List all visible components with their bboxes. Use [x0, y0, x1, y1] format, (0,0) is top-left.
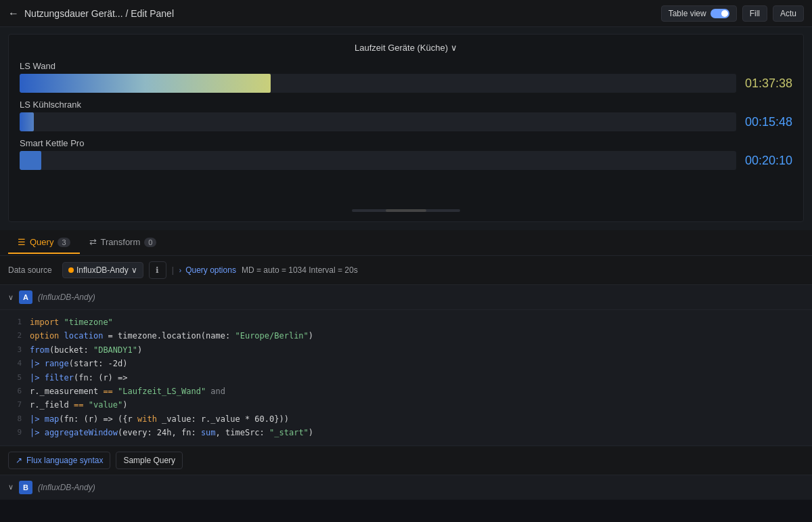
code-line: 8 |> map(fn: (r) => ({r with _value: r._… [0, 412, 812, 426]
bar-item-ls-kuhl: LS Kühlschrank 00:15:48 [20, 100, 792, 131]
bar-row-kettle: 00:20:10 [20, 151, 792, 170]
code-token: sum [201, 428, 216, 437]
code-token: from [30, 345, 49, 355]
line-content: r._field == "value") [30, 398, 807, 412]
data-source-selector[interactable]: InfluxDB-Andy ∨ [62, 262, 143, 278]
table-view-label: Table view [669, 9, 706, 18]
code-line: 4 |> range(start: -2d) [0, 357, 812, 370]
line-content: |> range(start: -2d) [30, 357, 807, 370]
query-a-header: ∨ A (InfluxDB-Andy) [0, 285, 812, 310]
line-number: 9 [5, 426, 22, 439]
scroll-thumb [386, 209, 426, 212]
query-b-header: ∨ B (InfluxDB-Andy) [0, 475, 812, 500]
header-right: Table view Fill Actu [661, 5, 804, 22]
query-a-db-name: (InfluxDB-Andy) [38, 292, 95, 302]
line-content: |> map(fn: (r) => ({r with _value: r._va… [30, 412, 807, 426]
datasource-chevron-icon: ∨ [131, 265, 137, 275]
tab-query[interactable]: ☰ Query 3 [8, 232, 80, 254]
code-token: |> filter [30, 373, 74, 383]
code-token: |> map [30, 414, 59, 424]
breadcrumb: Nutzungsdauer Gerät... / Edit Panel [24, 8, 174, 19]
tab-transform-label: Transform [101, 237, 141, 247]
tab-query-label: Query [30, 237, 53, 247]
tab-transform[interactable]: ⇄ Transform 0 [80, 232, 166, 254]
preview-area: Laufzeit Geräte (Küche) ∨ LS Wand 01:37:… [0, 27, 812, 230]
code-token: ) [137, 345, 142, 355]
panel-title-button[interactable]: Laufzeit Geräte (Küche) ∨ [355, 43, 457, 53]
code-token: and [206, 387, 225, 396]
query-options-label: Query options [185, 265, 236, 275]
code-token: _value: r._value * 60.0})) [157, 414, 289, 424]
line-content: r._measurement == "Laufzeit_LS_Wand" and [30, 385, 807, 398]
code-token: "Laufzeit_LS_Wand" [118, 387, 206, 396]
code-line: 2option location = timezone.location(nam… [0, 329, 812, 343]
line-number: 2 [5, 329, 22, 343]
scroll-track [352, 209, 460, 212]
query-options-arrow-icon: › [179, 267, 181, 274]
panel-title-chevron: ∨ [451, 43, 457, 53]
code-token: = timezone.location(name: [103, 331, 235, 341]
code-token: |> aggregateWindow [30, 428, 118, 437]
query-b-collapse-icon[interactable]: ∨ [8, 483, 14, 492]
bar-item-kettle: Smart Kettle Pro 00:20:10 [20, 138, 792, 170]
bar-track-kettle [20, 151, 736, 170]
bar-label-ls-wand: LS Wand [20, 61, 792, 71]
line-number: 1 [5, 316, 22, 329]
code-token: import [30, 318, 64, 327]
code-token: (every: 24h, fn: [118, 428, 201, 437]
bar-fill-kettle [20, 151, 41, 170]
code-line: 5 |> filter(fn: (r) => [0, 371, 812, 385]
datasource-info-button[interactable]: ℹ [149, 261, 166, 279]
code-token: ) [122, 400, 127, 410]
line-content: from(bucket: "DBANDY1") [30, 343, 807, 357]
line-number: 7 [5, 398, 22, 412]
code-token: with [137, 414, 157, 424]
code-line: 7 r._field == "value") [0, 398, 812, 412]
code-line: 1import "timezone" [0, 316, 812, 329]
code-token: "_start" [269, 428, 309, 437]
code-editor[interactable]: 1import "timezone"2option location = tim… [0, 310, 812, 445]
bar-value-kettle: 00:20:10 [742, 154, 792, 168]
line-content: import "timezone" [30, 316, 807, 329]
code-line: 9 |> aggregateWindow(every: 24h, fn: sum… [0, 426, 812, 439]
line-content: |> aggregateWindow(every: 24h, fn: sum, … [30, 426, 807, 439]
back-button[interactable]: ← [8, 7, 19, 20]
code-line: 6 r._measurement == "Laufzeit_LS_Wand" a… [0, 385, 812, 398]
code-token: "value" [89, 400, 123, 410]
flux-syntax-button[interactable]: ↗ Flux language syntax [8, 452, 110, 469]
code-token: ) [309, 428, 313, 437]
bar-label-kettle: Smart Kettle Pro [20, 138, 792, 148]
bar-fill-ls-wand [20, 74, 271, 93]
query-a-collapse-icon[interactable]: ∨ [8, 293, 14, 302]
code-token: == [98, 387, 118, 396]
footer-bar: ↗ Flux language syntax Sample Query [0, 445, 812, 475]
code-token: (start: -2d) [69, 359, 128, 368]
bar-row-ls-wand: 01:37:38 [20, 74, 792, 93]
table-view-toggle[interactable] [710, 9, 729, 18]
sample-query-button[interactable]: Sample Query [116, 452, 183, 469]
code-token: r._measurement [30, 387, 98, 396]
code-token: == [69, 400, 89, 410]
bar-track-ls-kuhl [20, 112, 736, 131]
code-token: "timezone" [64, 318, 113, 327]
flux-syntax-label: Flux language syntax [26, 456, 103, 465]
code-token: option [30, 331, 64, 341]
bar-value-ls-wand: 01:37:38 [742, 77, 792, 91]
fill-button[interactable]: Fill [742, 5, 767, 22]
code-line: 3from(bucket: "DBANDY1") [0, 343, 812, 357]
line-number: 3 [5, 343, 22, 357]
code-token: "DBANDY1" [93, 345, 137, 355]
code-token: r._field [30, 400, 69, 410]
code-token: (fn: (r) => [74, 373, 127, 383]
table-view-button[interactable]: Table view [661, 5, 737, 22]
bar-row-ls-kuhl: 00:15:48 [20, 112, 792, 131]
query-a-letter: A [19, 290, 32, 304]
line-number: 8 [5, 412, 22, 426]
query-options-row[interactable]: › Query options [179, 265, 236, 275]
info-icon: ℹ [156, 265, 159, 275]
ds-divider: | [172, 265, 174, 275]
tab-query-icon: ☰ [18, 237, 26, 247]
code-token: |> range [30, 359, 69, 368]
tab-bar: ☰ Query 3 ⇄ Transform 0 [0, 230, 812, 256]
actu-button[interactable]: Actu [773, 5, 804, 22]
